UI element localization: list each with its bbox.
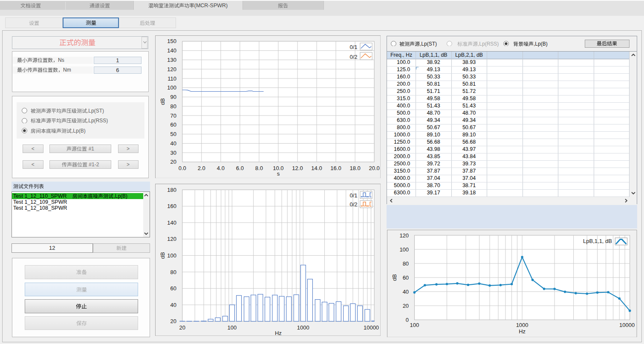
svg-text:50: 50 xyxy=(170,131,176,137)
svg-text:Hz: Hz xyxy=(519,328,526,334)
svg-text:60: 60 xyxy=(170,121,176,128)
svg-text:LpB,1,1, dB: LpB,1,1, dB xyxy=(583,238,612,244)
svg-text:20: 20 xyxy=(170,318,176,324)
svg-text:10000: 10000 xyxy=(363,324,378,330)
svg-text:120: 120 xyxy=(167,236,176,242)
svg-text:dB: dB xyxy=(159,98,166,105)
svg-text:16.0: 16.0 xyxy=(330,165,341,171)
svg-text:0/2: 0/2 xyxy=(349,53,357,60)
svg-text:20: 20 xyxy=(179,324,185,330)
svg-text:100: 100 xyxy=(399,246,409,252)
svg-text:40: 40 xyxy=(403,288,409,295)
svg-text:2.0: 2.0 xyxy=(197,165,205,171)
svg-text:0: 0 xyxy=(406,316,409,323)
svg-text:70: 70 xyxy=(170,112,176,119)
svg-text:40: 40 xyxy=(170,140,176,146)
svg-text:40: 40 xyxy=(170,301,176,308)
svg-text:100: 100 xyxy=(227,324,237,330)
svg-text:10000: 10000 xyxy=(619,322,635,328)
svg-text:0/1: 0/1 xyxy=(349,44,357,50)
svg-text:20: 20 xyxy=(403,302,409,309)
svg-text:dB: dB xyxy=(159,252,166,259)
svg-text:80: 80 xyxy=(403,260,409,266)
svg-text:130: 130 xyxy=(167,56,176,63)
svg-text:dB: dB xyxy=(391,274,398,281)
svg-text:140: 140 xyxy=(167,219,176,225)
svg-text:s: s xyxy=(277,171,280,177)
svg-text:20: 20 xyxy=(170,159,176,165)
svg-text:20.0: 20.0 xyxy=(369,165,379,171)
svg-text:60: 60 xyxy=(403,274,409,280)
svg-text:180: 180 xyxy=(167,186,176,193)
svg-text:120: 120 xyxy=(167,66,176,72)
svg-text:6.0: 6.0 xyxy=(236,165,243,171)
svg-text:0/1: 0/1 xyxy=(349,192,357,198)
svg-text:80: 80 xyxy=(170,103,176,109)
svg-text:4.0: 4.0 xyxy=(217,165,224,171)
svg-text:8.0: 8.0 xyxy=(255,165,263,171)
svg-text:100: 100 xyxy=(410,322,419,328)
svg-text:0/2: 0/2 xyxy=(349,201,357,208)
svg-text:140: 140 xyxy=(167,47,176,54)
svg-text:100: 100 xyxy=(167,84,176,91)
svg-text:Hz: Hz xyxy=(274,330,281,336)
svg-text:60: 60 xyxy=(170,285,176,292)
svg-text:30: 30 xyxy=(170,149,176,156)
svg-text:18.0: 18.0 xyxy=(349,165,360,171)
svg-text:150: 150 xyxy=(167,38,176,44)
svg-text:14.0: 14.0 xyxy=(311,165,322,171)
svg-text:12.0: 12.0 xyxy=(292,165,303,171)
svg-text:80: 80 xyxy=(170,269,176,275)
svg-text:160: 160 xyxy=(167,203,176,209)
svg-text:0.0: 0.0 xyxy=(178,165,186,171)
svg-text:1000: 1000 xyxy=(297,324,309,330)
svg-text:110: 110 xyxy=(167,75,176,81)
svg-text:90: 90 xyxy=(170,94,176,100)
svg-text:1000: 1000 xyxy=(516,322,528,328)
svg-text:100: 100 xyxy=(167,252,176,258)
svg-text:120: 120 xyxy=(399,232,409,238)
